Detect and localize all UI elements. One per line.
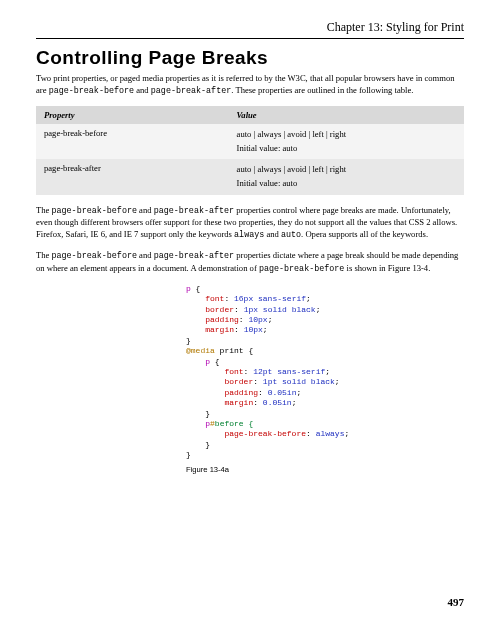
code-val: 10px [248,315,267,324]
code-inline: page-break-before [49,86,134,96]
code-brace: } [205,440,210,449]
page-number: 497 [448,596,465,608]
text: The [36,205,52,215]
table-row: page-break-after auto | always | avoid |… [36,159,464,195]
intro-paragraph: Two print properties, or paged media pro… [36,73,464,97]
code-prop: font [205,294,224,303]
value-initial: Initial value: auto [237,142,456,156]
code-prop: padding [205,315,239,324]
code-colon: : [234,325,244,334]
cell-property: page-break-before [36,124,229,160]
cell-value: auto | always | avoid | left | right Ini… [229,159,464,195]
code-colon: : [258,388,268,397]
code-semi: ; [296,388,301,397]
code-media-val: print { [215,346,253,355]
text: is shown in Figure 13-4. [344,263,430,273]
code-semi: ; [344,429,349,438]
code-semi: ; [292,398,297,407]
text: . Opera supports all of the keywords. [301,229,428,239]
code-inline: page-break-before [259,264,344,274]
code-prop: font [224,367,243,376]
value-options: auto | always | avoid | left | right [237,163,456,177]
text: The [36,250,52,260]
code-val: 1pt solid black [263,377,335,386]
code-inline: page-break-after [154,206,234,216]
code-prop: border [205,305,234,314]
text: and [137,205,154,215]
code-val: 16px sans-serif [234,294,306,303]
col-header-value: Value [229,106,464,124]
code-brace: } [186,450,191,459]
code-brace: { [210,357,220,366]
text: and [134,85,151,95]
code-brace: } [186,336,191,345]
text: and [264,229,281,239]
value-options: auto | always | avoid | left | right [237,128,456,142]
code-val: 1px solid black [244,305,316,314]
code-block: p { font: 16px sans-serif; border: 1px s… [186,284,464,461]
code-val: 12pt sans-serif [253,367,325,376]
code-inline: page-break-before [52,251,137,261]
code-inline: page-break-after [151,86,231,96]
code-val: 0.05in [263,398,292,407]
code-prop: page-break-before [224,429,306,438]
code-inline: page-break-before [52,206,137,216]
code-colon: : [306,429,316,438]
code-prop: margin [224,398,253,407]
code-colon: : [234,305,244,314]
code-inline: always [234,230,264,240]
figure-label: Figure 13-4a [186,465,464,474]
code-prop: padding [224,388,258,397]
code-semi: ; [316,305,321,314]
code-semi: ; [335,377,340,386]
table-row: page-break-before auto | always | avoid … [36,124,464,160]
code-atrule: @media [186,346,215,355]
table-header-row: Property Value [36,106,464,124]
code-semi: ; [306,294,311,303]
code-inline: page-break-after [154,251,234,261]
text: and [137,250,154,260]
code-semi: ; [263,325,268,334]
code-colon: : [253,377,263,386]
code-pseudo: before { [215,419,253,428]
paragraph-2: The page-break-before and page-break-aft… [36,205,464,241]
section-heading: Controlling Page Breaks [36,47,464,69]
paragraph-3: The page-break-before and page-break-aft… [36,250,464,275]
code-semi: ; [325,367,330,376]
code-colon: : [244,367,254,376]
chapter-header: Chapter 13: Styling for Print [36,20,464,39]
properties-table: Property Value page-break-before auto | … [36,106,464,195]
code-prop: border [224,377,253,386]
code-prop: margin [205,325,234,334]
cell-property: page-break-after [36,159,229,195]
value-initial: Initial value: auto [237,177,456,191]
code-val: 0.05in [268,388,297,397]
code-colon: : [239,315,249,324]
code-val: 10px [244,325,263,334]
cell-value: auto | always | avoid | left | right Ini… [229,124,464,160]
code-colon: : [224,294,234,303]
code-brace: } [205,409,210,418]
code-val: always [316,429,345,438]
code-inline: auto [281,230,301,240]
code-brace: { [191,284,201,293]
code-colon: : [253,398,263,407]
code-semi: ; [268,315,273,324]
col-header-property: Property [36,106,229,124]
text: . These properties are outlined in the f… [231,85,413,95]
